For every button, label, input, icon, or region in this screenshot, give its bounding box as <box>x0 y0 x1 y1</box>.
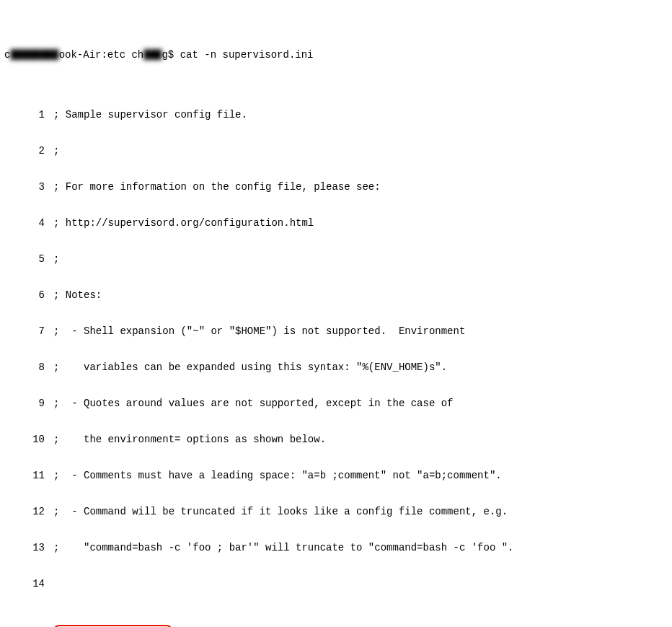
code-line: 2; <box>4 144 668 157</box>
code-text: ; <box>53 144 668 157</box>
line-number: 6 <box>4 289 53 302</box>
line-number: 12 <box>4 505 53 518</box>
line-number: 2 <box>4 144 53 157</box>
line-number: 5 <box>4 253 53 266</box>
line-number: 9 <box>4 397 53 410</box>
code-line: 13; "command=bash -c 'foo ; bar'" will t… <box>4 541 668 554</box>
code-line: 4; http://supervisord.org/configuration.… <box>4 216 668 229</box>
code-text: ; the environment= options as shown belo… <box>53 433 668 446</box>
code-line: 14 <box>4 577 668 590</box>
line-number: 1 <box>4 108 53 121</box>
line-number: 4 <box>4 216 53 229</box>
code-text: ; For more information on the config fil… <box>53 180 668 193</box>
line-number: 8 <box>4 361 53 374</box>
code-line: 6; Notes: <box>4 289 668 302</box>
line-number: 10 <box>4 433 53 446</box>
line-number: 14 <box>4 577 53 590</box>
redacted-text: ███ <box>143 49 162 61</box>
code-line: 7; - Shell expansion ("~" or "$HOME") is… <box>4 325 668 338</box>
code-text: ; Notes: <box>53 289 668 302</box>
code-text: ; - Quotes around values are not support… <box>53 397 668 410</box>
line-number: 11 <box>4 469 53 482</box>
code-text: ; - Command will be truncated if it look… <box>53 505 668 518</box>
prompt-user-host: c████████ook-Air:etc ch███g$ <box>4 49 180 61</box>
terminal-output: c████████ook-Air:etc ch███g$ cat -n supe… <box>0 0 672 627</box>
code-line: 12; - Command will be truncated if it lo… <box>4 505 668 518</box>
shell-command: cat -n supervisord.ini <box>180 49 314 61</box>
code-line: 8; variables can be expanded using this … <box>4 361 668 374</box>
code-text: ; http://supervisord.org/configuration.h… <box>53 216 668 229</box>
code-text: ; variables can be expanded using this s… <box>53 361 668 374</box>
code-text: ; Sample supervisor config file. <box>53 108 668 121</box>
line-number: 3 <box>4 180 53 193</box>
code-text: ; - Shell expansion ("~" or "$HOME") is … <box>53 325 668 338</box>
code-line: 11; - Comments must have a leading space… <box>4 469 668 482</box>
redacted-text: ████████ <box>10 49 58 61</box>
code-line: 3; For more information on the config fi… <box>4 180 668 193</box>
line-number: 7 <box>4 325 53 338</box>
code-line: 9; - Quotes around values are not suppor… <box>4 397 668 410</box>
code-text: ; "command=bash -c 'foo ; bar'" will tru… <box>53 541 668 554</box>
code-line: 5; <box>4 253 668 266</box>
line-number: 13 <box>4 541 53 554</box>
code-line: 1; Sample supervisor config file. <box>4 108 668 121</box>
code-text: ; <box>53 253 668 266</box>
code-line: 10; the environment= options as shown be… <box>4 433 668 446</box>
shell-prompt-line: c████████ook-Air:etc ch███g$ cat -n supe… <box>4 49 668 61</box>
code-text: ; - Comments must have a leading space: … <box>53 469 668 482</box>
